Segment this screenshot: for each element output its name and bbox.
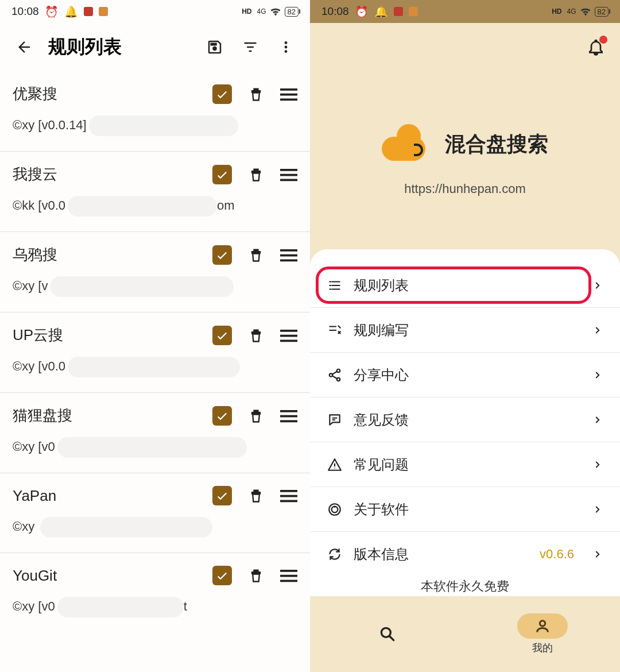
delete-button[interactable] [248, 567, 264, 584]
drag-handle-icon[interactable] [280, 168, 297, 181]
menu-item-feedback[interactable]: 意见反馈 [310, 397, 620, 442]
person-icon [534, 618, 551, 634]
footer-note: 本软件永久免费 [310, 578, 620, 595]
menu-label: 关于软件 [354, 500, 409, 519]
rule-item[interactable]: YaPan ©xy [0, 473, 310, 553]
alarm-icon: ⏰ [45, 5, 59, 18]
save-button[interactable] [203, 36, 226, 59]
hd-badge: HD [550, 7, 563, 16]
screen-home: 10:08 ⏰ 🔔 HD 4G 82 混 [310, 0, 620, 672]
chevron-right-icon [592, 415, 603, 425]
delete-button[interactable] [248, 247, 264, 263]
app-logo-icon [382, 124, 428, 164]
enable-checkbox[interactable] [212, 566, 232, 585]
svg-rect-6 [280, 169, 297, 171]
enable-checkbox[interactable] [212, 486, 232, 505]
wifi-icon [270, 7, 281, 16]
search-icon [378, 625, 397, 643]
tab-mine[interactable]: 我的 [465, 596, 620, 672]
svg-rect-22 [280, 575, 297, 577]
app-indicator-icon [394, 7, 403, 16]
menu-item-about[interactable]: 关于软件 [310, 487, 620, 532]
tab-search[interactable] [310, 596, 465, 672]
update-icon [327, 547, 342, 562]
chevron-right-icon [592, 459, 603, 470]
svg-point-30 [540, 621, 545, 626]
drag-handle-icon[interactable] [280, 409, 297, 423]
svg-point-2 [285, 50, 288, 53]
rule-name: YouGit [13, 567, 57, 585]
svg-rect-20 [280, 500, 297, 503]
svg-rect-9 [280, 249, 297, 252]
rule-item[interactable]: 猫狸盘搜 ©xy [v0 [0, 393, 310, 473]
back-button[interactable] [13, 36, 36, 59]
edit-rules-icon [327, 323, 342, 338]
notifications-button[interactable] [587, 38, 605, 56]
status-time: 10:08 [321, 5, 349, 18]
enable-checkbox[interactable] [212, 245, 232, 265]
hero: 混合盘搜索 https://hunhepan.com [310, 71, 620, 249]
rule-meta: ©kk [v0.0om [13, 196, 297, 217]
app-url: https://hunhepan.com [404, 181, 526, 196]
menu-item-version[interactable]: 版本信息 v0.6.6 [310, 532, 620, 577]
svg-rect-4 [280, 93, 297, 95]
delete-button[interactable] [248, 86, 264, 102]
top-bar [310, 23, 620, 71]
svg-point-1 [285, 46, 288, 49]
menu-label: 意见反馈 [354, 411, 409, 429]
chevron-right-icon [592, 549, 603, 559]
app-indicator-icon [409, 7, 418, 16]
menu-label: 规则编写 [354, 321, 409, 339]
delete-button[interactable] [248, 327, 264, 343]
chevron-right-icon [592, 504, 603, 515]
menu-item-share[interactable]: 分享中心 [310, 353, 620, 397]
enable-checkbox[interactable] [212, 406, 232, 426]
svg-rect-21 [280, 570, 297, 572]
svg-rect-5 [280, 98, 297, 101]
menu-item-rules-write[interactable]: 规则编写 [310, 308, 620, 353]
enable-checkbox[interactable] [212, 326, 232, 345]
bell-mini-icon: 🔔 [374, 5, 388, 18]
rule-name: 乌鸦搜 [13, 245, 57, 265]
network-label: 4G [567, 7, 576, 16]
delete-button[interactable] [248, 167, 264, 183]
svg-rect-14 [280, 339, 297, 342]
rule-meta: ©xy [v0 [13, 437, 297, 458]
enable-checkbox[interactable] [212, 165, 232, 184]
svg-rect-23 [280, 580, 297, 582]
rule-meta: ©xy [v0t [13, 597, 297, 617]
more-button[interactable] [274, 36, 297, 59]
rule-name: UP云搜 [13, 325, 63, 345]
rule-item[interactable]: 乌鸦搜 ©xy [v [0, 232, 310, 312]
menu-label: 规则列表 [354, 276, 409, 295]
filter-button[interactable] [239, 36, 262, 59]
app-title: 混合盘搜索 [445, 130, 548, 159]
menu-item-faq[interactable]: 常见问题 [310, 442, 620, 487]
enable-checkbox[interactable] [212, 84, 232, 104]
delete-button[interactable] [248, 408, 264, 424]
tab-label: 我的 [532, 641, 553, 655]
drag-handle-icon[interactable] [280, 248, 297, 262]
menu-item-rules-list[interactable]: 规则列表 [310, 263, 620, 308]
svg-rect-19 [280, 495, 297, 497]
svg-rect-18 [280, 490, 297, 492]
status-time: 10:08 [11, 5, 39, 18]
feedback-icon [327, 412, 342, 427]
rule-meta: ©xy [v [13, 276, 297, 297]
drag-handle-icon[interactable] [280, 87, 297, 101]
battery-icon: 82 [595, 7, 609, 17]
svg-rect-15 [280, 410, 297, 412]
rule-item[interactable]: 优聚搜 ©xy [v0.0.14] [0, 71, 310, 152]
rule-item[interactable]: 我搜云 ©kk [v0.0om [0, 152, 310, 232]
wifi-icon [580, 7, 591, 16]
rule-item[interactable]: UP云搜 ©xy [v0.0 [0, 312, 310, 393]
rule-item[interactable]: YouGit ©xy [v0t [0, 553, 310, 632]
chevron-right-icon [592, 280, 603, 291]
alarm-icon: ⏰ [355, 5, 369, 18]
chevron-right-icon [592, 325, 603, 335]
drag-handle-icon[interactable] [280, 329, 297, 342]
rule-name: 优聚搜 [13, 84, 57, 104]
delete-button[interactable] [248, 488, 264, 504]
drag-handle-icon[interactable] [280, 569, 297, 582]
drag-handle-icon[interactable] [280, 489, 297, 503]
